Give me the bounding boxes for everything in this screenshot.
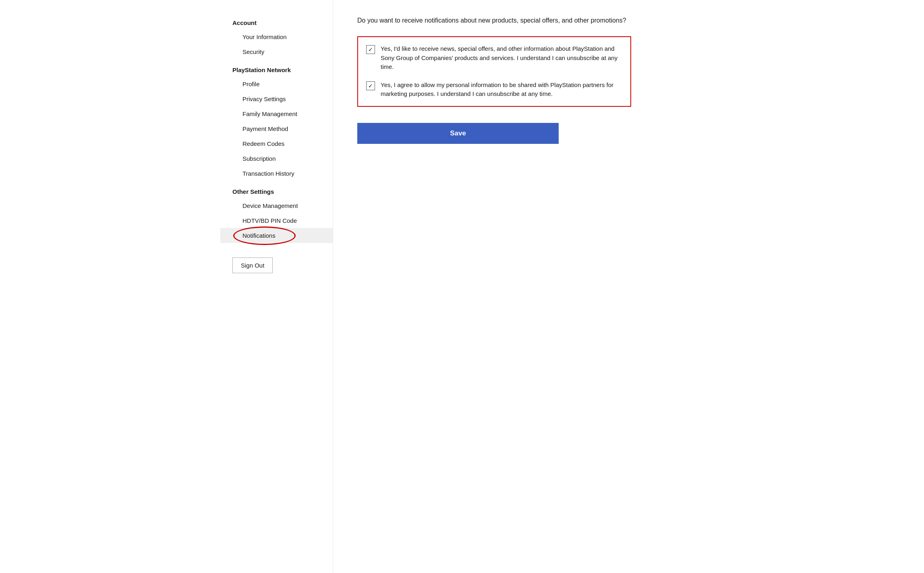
sidebar-item-notifications[interactable]: Notifications bbox=[220, 228, 333, 243]
sidebar-item-your-information[interactable]: Your Information bbox=[220, 29, 333, 44]
checkboxes-block: Yes, I'd like to receive news, special o… bbox=[357, 36, 631, 107]
sidebar-item-device-management[interactable]: Device Management bbox=[220, 198, 333, 213]
sidebar-item-transaction-history[interactable]: Transaction History bbox=[220, 166, 333, 181]
notifications-question: Do you want to receive notifications abo… bbox=[357, 16, 680, 25]
checkbox-row-1: Yes, I'd like to receive news, special o… bbox=[366, 44, 622, 72]
other-section-title: Other Settings bbox=[220, 181, 333, 198]
checkbox-row-2: Yes, I agree to allow my personal inform… bbox=[366, 81, 622, 99]
checkbox-1[interactable] bbox=[366, 45, 375, 54]
sidebar: Account Your Information Security PlaySt… bbox=[220, 0, 333, 573]
playstation-section-title: PlayStation Network bbox=[220, 59, 333, 77]
sidebar-item-payment-method[interactable]: Payment Method bbox=[220, 121, 333, 136]
sidebar-item-subscription[interactable]: Subscription bbox=[220, 151, 333, 166]
account-section-title: Account bbox=[220, 12, 333, 29]
main-content: Do you want to receive notifications abo… bbox=[333, 0, 704, 573]
sidebar-item-privacy-settings[interactable]: Privacy Settings bbox=[220, 91, 333, 106]
sidebar-item-hdtv-pin[interactable]: HDTV/BD PIN Code bbox=[220, 213, 333, 228]
sidebar-item-security[interactable]: Security bbox=[220, 44, 333, 59]
checkbox-2-label: Yes, I agree to allow my personal inform… bbox=[381, 81, 622, 99]
sidebar-item-profile[interactable]: Profile bbox=[220, 77, 333, 91]
save-button[interactable]: Save bbox=[357, 123, 559, 144]
sign-out-button[interactable]: Sign Out bbox=[232, 257, 273, 273]
sidebar-item-family-management[interactable]: Family Management bbox=[220, 106, 333, 121]
checkbox-2[interactable] bbox=[366, 81, 375, 90]
sidebar-item-redeem-codes[interactable]: Redeem Codes bbox=[220, 136, 333, 151]
checkbox-1-label: Yes, I'd like to receive news, special o… bbox=[381, 44, 622, 72]
